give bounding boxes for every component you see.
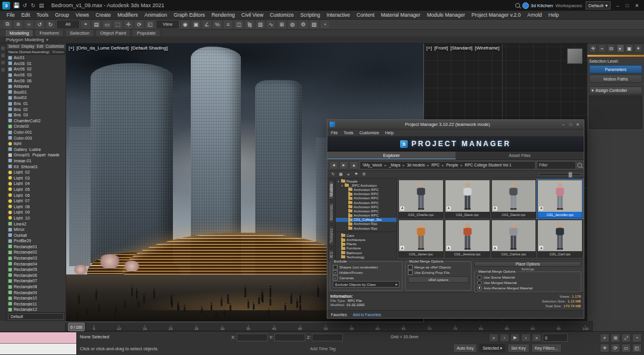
asset-thumbnail[interactable]: A C01_Carlos.rpc xyxy=(491,220,537,258)
command-panel-tab[interactable]: ⊟ xyxy=(607,44,615,53)
toolbar-icon[interactable]: % xyxy=(212,20,222,29)
menu-item[interactable]: Views xyxy=(73,12,92,18)
toolbar-icon[interactable]: ⌖ xyxy=(80,20,91,29)
slider-handle[interactable] xyxy=(568,172,572,178)
command-panel-tab[interactable]: ◐ xyxy=(617,44,624,53)
playback-button[interactable]: ▶ xyxy=(510,334,520,342)
time-slider[interactable]: 0510152025303540455055606570758085909510… xyxy=(65,321,593,331)
command-panel-tab[interactable]: ✶ xyxy=(634,44,642,53)
viewport-nav-button[interactable]: ▭ xyxy=(621,344,631,353)
viewport-label[interactable]: [+] [Orto_da_Lume Defined] [Default Shad… xyxy=(69,45,168,51)
toolbar-icon[interactable]: ≈ xyxy=(24,20,34,29)
pm-menu-item[interactable]: File xyxy=(331,131,338,135)
breadcrumb-segment[interactable]: _Maps xyxy=(388,163,406,167)
ribbon-tab[interactable]: Freeform xyxy=(35,29,63,36)
scene-object-row[interactable]: light xyxy=(7,141,66,147)
scene-object-row[interactable]: Light_07 xyxy=(7,198,66,204)
scene-object-row[interactable]: Light_02 xyxy=(7,169,66,175)
set-key-button[interactable]: Set Key xyxy=(507,344,530,353)
scene-object-row[interactable]: Rectangle12 xyxy=(7,307,66,312)
menu-item[interactable]: File xyxy=(4,12,18,18)
asset-thumbnail[interactable]: A C01_Jessica.rpc xyxy=(445,220,490,258)
pm-view-icon[interactable]: ▦ xyxy=(338,171,344,177)
pm-breadcrumb[interactable]: \\My_\stock_Maps3d modelsRPCPeopleRPC Co… xyxy=(360,161,535,169)
viewport-renderer-menu[interactable]: [Standard] xyxy=(450,45,472,51)
scene-object-row[interactable]: Light_04 xyxy=(7,181,66,187)
menu-item[interactable]: Graph Editors xyxy=(171,12,208,18)
scene-object-row[interactable]: Arc06_06 xyxy=(7,78,66,84)
checkbox-icon[interactable] xyxy=(408,270,413,275)
viewport-nav-button[interactable]: ⌖ xyxy=(600,334,609,342)
coordinate-input[interactable] xyxy=(312,334,343,341)
menu-item[interactable]: Interactive xyxy=(324,12,353,18)
scene-object-row[interactable]: Rectangle11 xyxy=(7,301,66,307)
pm-tree-row[interactable]: Archvision RPC xyxy=(336,200,397,205)
search-icon[interactable] xyxy=(515,3,520,8)
viewport-nav-button[interactable]: ✛ xyxy=(600,344,609,353)
explorer-menu-item[interactable]: Edit xyxy=(36,44,43,48)
pm-favorite-folder-row[interactable]: Plants xyxy=(336,242,397,246)
scene-object-row[interactable]: Rectangle06 xyxy=(7,273,66,279)
toolbar-icon[interactable]: View xyxy=(156,20,179,29)
scene-object-row[interactable]: Rectangle04 xyxy=(7,261,66,267)
menu-item[interactable]: Project Manager v.2.0 xyxy=(469,12,524,18)
radio-icon[interactable] xyxy=(477,286,482,291)
favorites-label[interactable]: Favorites xyxy=(331,313,347,317)
toolbar-icon[interactable]: All xyxy=(56,20,80,29)
pm-tree-row[interactable]: ▾ _RPC Archvision xyxy=(336,183,397,187)
playback-button[interactable]: » xyxy=(532,334,541,342)
scene-object-row[interactable]: Line42 xyxy=(7,221,66,227)
quick-access-icon[interactable]: ↺ xyxy=(21,2,29,10)
viewport-nav-button[interactable]: ⟳ xyxy=(611,344,620,353)
pm-window-control-button[interactable]: – xyxy=(560,122,567,128)
checkbox-icon[interactable] xyxy=(333,270,338,275)
viewcube[interactable] xyxy=(567,48,583,64)
pm-tree-row[interactable]: Archvision Rpc xyxy=(336,222,397,226)
toolbar-icon[interactable]: ⚙ xyxy=(298,20,308,29)
coordinate-input[interactable] xyxy=(274,334,305,341)
exclude-checkbox[interactable]: Shapes (not renderable) xyxy=(333,264,400,270)
scene-object-row[interactable]: Bns_03 xyxy=(7,112,66,118)
playback-button[interactable]: « xyxy=(489,334,499,342)
current-frame-field[interactable]: 0 xyxy=(543,334,568,342)
menu-item[interactable]: Create xyxy=(92,12,114,18)
window-control-button[interactable]: □ xyxy=(623,1,632,10)
scene-object-row[interactable]: Kit_Shtora01 xyxy=(7,163,66,169)
model-merge-checkbox[interactable]: Use Existing Prop File xyxy=(408,270,469,275)
scene-object-row[interactable]: Light_03 xyxy=(7,175,66,181)
scene-object-row[interactable]: Rectangle02 xyxy=(7,249,66,255)
toolbar-icon[interactable]: ✛ xyxy=(123,20,134,29)
ribbon-tab[interactable]: Populate xyxy=(132,29,160,36)
selection-set-dropdown[interactable]: Selected ▾ xyxy=(479,344,506,353)
menu-item[interactable]: Modifiers xyxy=(114,12,141,18)
scene-object-row[interactable]: Rectangle05 xyxy=(7,267,66,273)
scene-object-row[interactable]: Rectangle01 xyxy=(7,244,66,250)
toolbar-icon[interactable]: ▥ xyxy=(255,20,265,29)
pm-thumbnail-size-slider[interactable] xyxy=(538,173,581,176)
asset-thumbnail[interactable]: A C01_Charlie.rpc xyxy=(398,180,444,218)
scene-object-row[interactable]: Light_10 xyxy=(7,215,66,221)
viewport-nav-button[interactable]: ⤢ xyxy=(621,334,631,342)
window-control-button[interactable]: ✕ xyxy=(632,1,642,10)
quick-access-icon[interactable]: ▤ xyxy=(38,2,45,10)
pm-tab[interactable]: Asset Files xyxy=(456,152,584,159)
checkbox-icon[interactable] xyxy=(333,276,338,280)
playback-button[interactable]: ‹ xyxy=(500,334,509,342)
add-time-tag[interactable]: Add Time Tag xyxy=(310,347,336,351)
breadcrumb-segment[interactable]: People xyxy=(445,163,463,167)
toolbar-icon[interactable]: ▤ xyxy=(91,20,101,29)
toolbar-icon[interactable]: ◔ xyxy=(320,20,330,29)
pm-tree-row[interactable]: C01_College_Stu xyxy=(336,218,397,222)
viewport-nav-button[interactable]: ◔ xyxy=(632,334,642,342)
breadcrumb-segment[interactable]: \\My_\stock xyxy=(361,163,388,167)
dock-handle-icon[interactable] xyxy=(1,61,5,64)
toolbar-icon[interactable]: ◫ xyxy=(234,20,244,29)
scene-object-row[interactable]: Bns_01 xyxy=(7,101,66,107)
pm-favorite-folder-row[interactable]: Technology xyxy=(336,255,397,259)
pm-tree-row[interactable]: Archvision RPC xyxy=(336,209,397,213)
ribbon-tab[interactable]: Object Paint xyxy=(95,29,131,36)
menu-item[interactable]: Arnold xyxy=(524,12,545,18)
pm-view-icon[interactable]: ⚙ xyxy=(361,171,367,177)
viewport-nav-button[interactable]: ⊞ xyxy=(611,334,620,342)
time-slider-handle[interactable]: 0 / 100 xyxy=(68,323,85,331)
